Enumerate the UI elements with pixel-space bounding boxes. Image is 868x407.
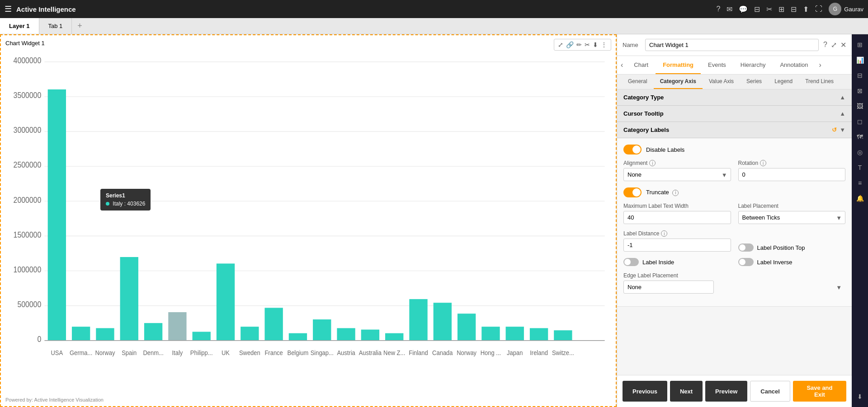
sidebar-chart-icon[interactable]: 📊 [853, 53, 867, 67]
svg-rect-30 [193, 332, 211, 340]
panel-tab-prev-arrow[interactable]: ‹ [617, 56, 627, 74]
tab-formatting[interactable]: Formatting [656, 56, 701, 74]
edge-label-placement-select[interactable]: None Show Hide [623, 281, 714, 294]
cursor-collapse-icon[interactable]: ▲ [840, 110, 845, 117]
label-distance-info-icon[interactable]: i [661, 230, 667, 237]
subtab-value-axis[interactable]: Value Axis [703, 75, 740, 89]
tab-annotation[interactable]: Annotation [773, 56, 815, 74]
menu-icon[interactable]: ☰ [5, 4, 12, 14]
user-menu[interactable]: G Gaurav [829, 3, 863, 15]
svg-text:USA: USA [51, 349, 63, 356]
sidebar-map-icon[interactable]: 🗺 [853, 130, 867, 144]
collapse-icon[interactable]: ▲ [840, 94, 845, 101]
mail-icon[interactable]: ✉ [726, 5, 732, 14]
rotation-input[interactable] [738, 168, 846, 181]
next-button[interactable]: Next [670, 381, 703, 402]
disable-labels-toggle[interactable] [623, 145, 642, 154]
svg-text:UK: UK [222, 349, 230, 356]
panel-close-icon[interactable]: ✕ [840, 41, 846, 49]
svg-rect-34 [241, 327, 259, 341]
save-exit-button[interactable]: Save and Exit [793, 381, 846, 402]
tab-hierarchy[interactable]: Hierarchy [733, 56, 773, 74]
subtab-legend[interactable]: Legend [768, 75, 799, 89]
label-placement-select[interactable]: Between Ticks On Ticks [738, 211, 846, 224]
sidebar-list-icon[interactable]: ≡ [853, 176, 867, 190]
svg-text:Belgium: Belgium [288, 349, 309, 356]
help-icon[interactable]: ? [716, 5, 720, 13]
add-tab-button[interactable]: + [72, 21, 88, 31]
link-icon[interactable]: 🔗 [566, 41, 574, 48]
tab-chart[interactable]: Chart [627, 56, 656, 74]
edge-label-placement-group: Edge Label Placement None Show Hide ▼ [623, 272, 845, 294]
edit-icon[interactable]: ✏ [576, 41, 582, 48]
label-inverse-toggle[interactable] [738, 258, 754, 266]
sidebar-filter-icon[interactable]: ⊟ [853, 69, 867, 82]
category-type-section-header[interactable]: Category Type ▲ [617, 89, 852, 106]
sidebar-down-icon[interactable]: ⬇ [853, 390, 867, 403]
svg-text:1500000: 1500000 [14, 230, 42, 239]
subtab-trend-lines[interactable]: Trend Lines [799, 75, 840, 89]
preview-button[interactable]: Preview [705, 381, 747, 402]
truncate-info-icon[interactable]: i [672, 190, 679, 196]
label-inside-item: Label Inside [623, 258, 731, 266]
grid-icon[interactable]: ⊞ [778, 5, 784, 14]
truncate-toggle[interactable] [623, 187, 642, 197]
more-icon[interactable]: ⋮ [601, 41, 607, 48]
tab-events[interactable]: Events [701, 56, 733, 74]
sidebar-layers-icon[interactable]: ⊞ [853, 38, 867, 51]
sidebar-shape-icon[interactable]: ◻ [853, 115, 867, 128]
label-inverse-group: Label Inverse [738, 258, 846, 266]
alignment-info-icon[interactable]: i [649, 160, 656, 166]
category-labels-section-header[interactable]: Category Labels ↺ ▼ [617, 122, 852, 138]
label-position-top-toggle[interactable] [738, 243, 754, 252]
label-inverse-knob [739, 259, 745, 265]
cursor-tooltip-section-header[interactable]: Cursor Tooltip ▲ [617, 106, 852, 122]
panel-tab-next-arrow[interactable]: › [816, 56, 825, 74]
panel-expand-icon[interactable]: ⤢ [831, 41, 837, 49]
svg-rect-32 [217, 263, 235, 340]
subtab-category-axis[interactable]: Category Axis [654, 75, 703, 89]
layer-tab-tab1[interactable]: Tab 1 [39, 18, 72, 34]
label-inside-toggle[interactable] [623, 258, 639, 266]
sidebar-table-icon[interactable]: ⊠ [853, 84, 867, 98]
sidebar-image-icon[interactable]: 🖼 [853, 99, 867, 113]
expand-icon[interactable]: ▼ [840, 126, 845, 133]
sidebar-gauge-icon[interactable]: ◎ [853, 145, 867, 159]
panel-help-icon[interactable]: ? [823, 41, 827, 49]
svg-rect-18 [48, 89, 66, 341]
panel-footer: Previous Next Preview Cancel Save and Ex… [617, 375, 852, 407]
sidebar-text-icon[interactable]: T [853, 161, 867, 174]
settings-icon[interactable]: ✂ [585, 41, 590, 48]
svg-text:2000000: 2000000 [14, 196, 42, 205]
cancel-button[interactable]: Cancel [750, 381, 790, 402]
max-label-input[interactable] [623, 211, 731, 224]
export-icon[interactable]: ⬆ [803, 5, 809, 14]
right-sidebar: ⊞ 📊 ⊟ ⊠ 🖼 ◻ 🗺 ◎ T ≡ 🔔 ⬇ [852, 34, 868, 407]
label-distance-input[interactable] [623, 239, 731, 252]
alignment-select[interactable]: None Left Center Right [623, 168, 731, 181]
svg-text:New Z...: New Z... [383, 349, 405, 356]
svg-rect-56 [506, 327, 524, 341]
download-icon[interactable]: ⬇ [593, 41, 598, 48]
move-icon[interactable]: ⤢ [558, 41, 563, 48]
layout-icon[interactable]: ⊟ [791, 5, 797, 14]
chat-icon[interactable]: 💬 [739, 5, 748, 14]
expand-icon[interactable]: ⛶ [815, 5, 822, 13]
label-placement-select-wrap: Between Ticks On Ticks ▼ [738, 211, 846, 224]
refresh-icon[interactable]: ↺ [832, 126, 837, 133]
subtab-series[interactable]: Series [740, 75, 768, 89]
previous-button[interactable]: Previous [623, 381, 667, 402]
svg-text:Denm...: Denm... [143, 349, 163, 356]
cursor-tooltip-label: Cursor Tooltip [623, 110, 664, 117]
svg-rect-20 [72, 327, 90, 341]
rotation-group: Rotation i [738, 160, 846, 181]
svg-rect-42 [337, 328, 355, 340]
filter-top-icon[interactable]: ⊟ [754, 5, 760, 14]
rotation-info-icon[interactable]: i [760, 160, 766, 166]
sidebar-bell-icon[interactable]: 🔔 [853, 192, 867, 205]
label-inside-knob [624, 259, 631, 265]
scissor-icon[interactable]: ✂ [766, 5, 772, 14]
layer-tab-layer1[interactable]: Layer 1 [0, 18, 39, 34]
widget-name-input[interactable] [645, 39, 819, 51]
subtab-general[interactable]: General [622, 75, 654, 89]
